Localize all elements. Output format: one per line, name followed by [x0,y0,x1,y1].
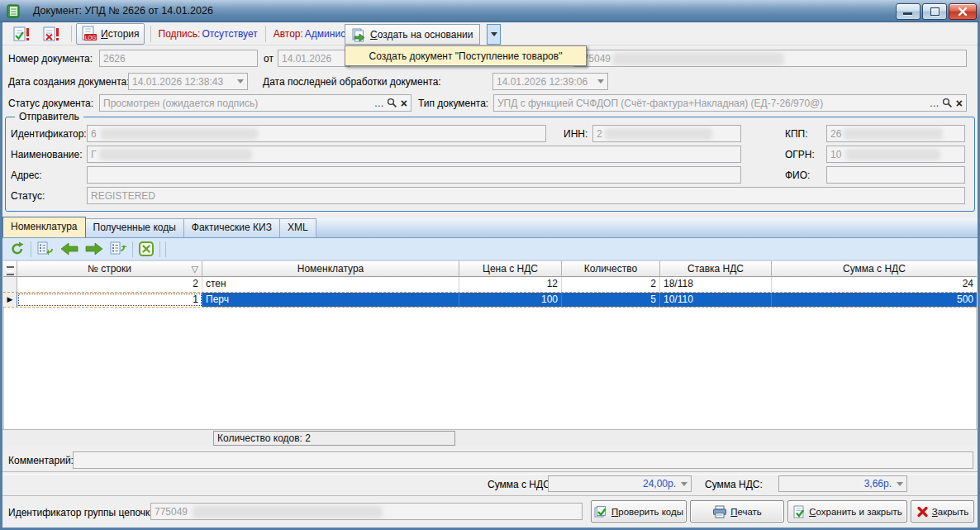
cell-price-vat[interactable]: 12 [459,277,562,292]
created-date-combo[interactable]: 14.01.2026 12:38:43 [128,73,248,90]
cell-vat-rate[interactable]: 10/110 [660,293,772,307]
move-left-button[interactable] [59,241,79,256]
close-window-button[interactable] [949,3,977,20]
chain-group-label: Идентификатор группы цепочки: [8,507,158,518]
search-icon[interactable] [387,98,397,108]
restore-icon [930,7,940,16]
column-header-nomenclature[interactable]: Номенклатура [202,260,459,277]
history-button-label: История [101,28,140,40]
column-header-qty[interactable]: Количество [562,260,660,277]
doc-from-label: от [264,53,274,64]
grid-status-strip [2,429,978,447]
sum-with-vat-field[interactable]: 24,00р. [548,475,692,492]
move-last-button[interactable] [109,241,127,257]
doc-status-field[interactable]: Просмотрен (ожидается подпись) … × [99,94,412,112]
toolbar-separator [132,241,133,257]
doc-date-field[interactable]: 14.01.2026 [278,50,350,67]
column-header-sum-vat[interactable]: Сумма с НДС [772,260,977,277]
redacted-blur [844,128,943,140]
clear-icon[interactable]: × [401,97,407,110]
column-header-price-vat[interactable]: Цена с НДС [459,260,562,277]
table-row[interactable]: 2 стен 12 2 18/118 24 [3,277,977,292]
print-button[interactable]: Печать [690,500,784,523]
sender-status-field[interactable]: REGISTERED [87,187,965,204]
column-header-line-no[interactable]: № строки ▽ [17,260,202,277]
redacted-blur [101,128,258,140]
history-button[interactable]: LOG История [76,23,145,45]
toolbar-separator [265,26,266,42]
title-bar[interactable]: Документ: УПД № 2626 от 14.01.2026 [0,0,980,22]
save-and-close-button[interactable]: Сохранить и закрыть [787,500,907,523]
move-first-button[interactable] [36,241,55,257]
toolbar-separator [165,241,166,257]
processed-date-combo[interactable]: 14.01.2026 12:39:06 [492,73,608,90]
sender-address-field[interactable] [87,166,741,184]
column-header-vat-rate[interactable]: Ставка НДС [660,260,772,277]
doc-type-field[interactable]: УПД с функцией СЧФДОП (Счёт-фактура+Накл… [493,94,967,112]
ellipsis-lookup-icon[interactable]: … [930,101,940,106]
ellipsis-lookup-icon[interactable]: … [374,101,384,106]
cell-price-vat[interactable]: 100 [459,293,562,307]
comment-field[interactable] [73,451,973,469]
doc-type-label: Тип документа: [418,98,488,109]
tab-actual-kiz[interactable]: Фактические КИЗ [183,218,280,237]
cell-line-no[interactable]: 2 [17,277,202,292]
create-based-on-button[interactable]: Создать на основании [345,24,480,45]
search-icon[interactable] [942,98,953,108]
close-icon [949,4,976,19]
create-based-on-icon [351,27,366,42]
toolbar-separator [71,26,72,42]
sender-inn-field[interactable]: 2 [592,125,741,142]
row-indicator-cell: ▶ [3,293,17,307]
tab-nomenclature[interactable]: Номенклатура [2,217,86,237]
top-chain-id-field[interactable]: 775049 [573,50,967,67]
sender-ogrn-field[interactable]: 10 [826,146,965,163]
clear-icon[interactable]: × [956,97,963,110]
sender-name-field[interactable]: Г [87,146,741,163]
cell-nomenclature[interactable]: Перч [202,293,459,307]
menu-item-create-receipt[interactable]: Создать документ "Поступление товаров" [369,50,563,62]
doc-check-icon [12,26,31,42]
sender-fio-field[interactable] [826,166,965,184]
sender-identifier-field[interactable]: 6 [87,125,546,142]
print-label: Печать [730,507,762,517]
table-row-selected[interactable]: ▶ 1 Перч 100 5 10/110 500 [3,292,977,308]
toolbar-separator [31,241,31,257]
close-button[interactable]: Закрыть [911,500,974,523]
doc-number-field[interactable]: 2626 [99,50,258,67]
minimize-button[interactable] [896,3,921,20]
cell-sum-vat[interactable]: 500 [772,293,977,307]
refresh-button[interactable] [9,241,26,257]
sender-inn-label: ИНН: [564,128,588,140]
sender-name-label: Наименование: [11,149,83,160]
chevron-down-icon [237,79,244,84]
check-codes-icon [594,505,608,518]
cell-nomenclature[interactable]: стен [202,277,459,292]
printer-icon [712,505,727,518]
sign-document-button[interactable] [7,23,36,45]
redacted-blur [605,128,712,140]
tab-xml[interactable]: XML [279,218,316,237]
cell-vat-rate[interactable]: 18/118 [660,277,772,292]
cell-line-no[interactable]: 1 [17,293,202,307]
cell-sum-vat[interactable]: 24 [772,277,977,292]
tab-received-codes[interactable]: Полученные коды [85,218,184,237]
move-right-button[interactable] [84,241,104,256]
grid-corner-cell[interactable] [3,260,17,277]
vat-sum-label: Сумма НДС: [705,479,763,490]
redacted-blur [845,149,940,160]
cell-qty[interactable]: 2 [562,277,660,292]
check-codes-button[interactable]: Проверить коды [591,500,687,523]
vat-sum-field[interactable]: 3,66р. [778,475,907,492]
reject-signature-button[interactable] [37,23,65,45]
cell-qty[interactable]: 5 [562,293,660,307]
chain-group-field[interactable]: 775049 [150,503,583,520]
sender-identifier-label: Идентификатор: [11,128,87,140]
restore-button[interactable] [922,3,947,20]
doc-cross-icon [42,26,60,42]
sender-fieldset-title: Отправитель [15,111,83,122]
create-based-on-dropdown-button[interactable] [487,24,501,45]
sender-kpp-label: КПП: [785,128,808,140]
sender-kpp-field[interactable]: 26 [826,125,965,142]
export-excel-button[interactable] [138,241,155,257]
